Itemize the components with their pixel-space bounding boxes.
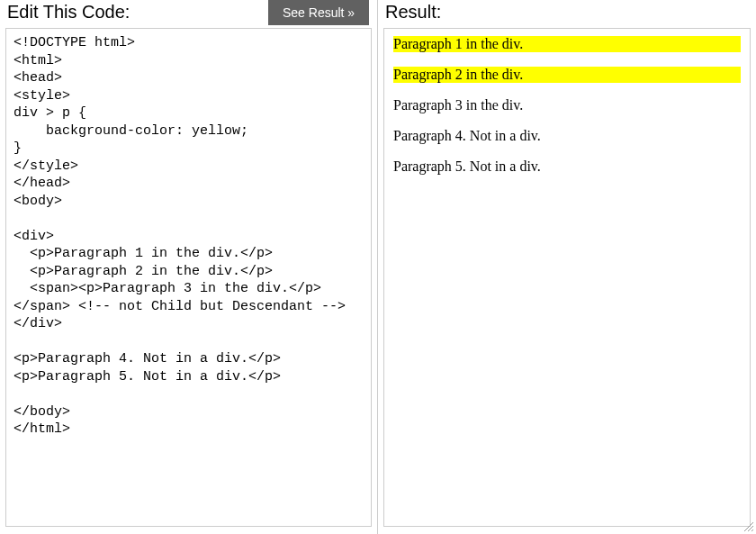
result-paragraph: Paragraph 1 in the div. — [393, 36, 741, 52]
result-paragraph: Paragraph 3 in the div. — [393, 97, 741, 113]
result-frame: Paragraph 1 in the div.Paragraph 2 in th… — [383, 28, 751, 527]
result-title: Result: — [378, 0, 756, 24]
svg-line-2 — [752, 529, 753, 531]
editor-panel: Edit This Code: <!DOCTYPE html> <html> <… — [0, 0, 378, 534]
see-result-button[interactable]: See Result » — [268, 0, 369, 25]
code-editor[interactable]: <!DOCTYPE html> <html> <head> <style> di… — [5, 28, 372, 527]
app-container: See Result » Edit This Code: <!DOCTYPE h… — [0, 0, 756, 534]
result-paragraph: Paragraph 4. Not in a div. — [393, 128, 741, 144]
result-paragraph: Paragraph 2 in the div. — [393, 67, 741, 83]
result-paragraph: Paragraph 5. Not in a div. — [393, 158, 741, 175]
result-panel: Result: Paragraph 1 in the div.Paragraph… — [378, 0, 756, 534]
